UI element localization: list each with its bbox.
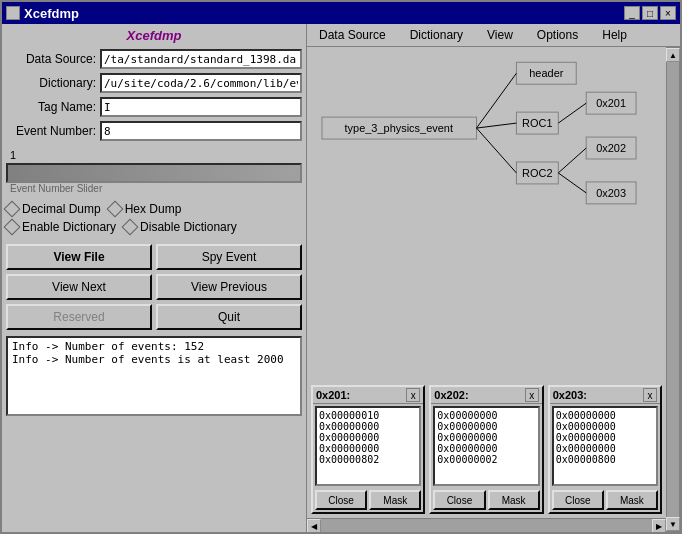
minimize-button[interactable]: _ bbox=[624, 6, 640, 20]
event-number-input[interactable] bbox=[100, 121, 302, 141]
data-line: 0x00000000 bbox=[556, 410, 654, 421]
event-slider[interactable] bbox=[6, 163, 302, 183]
window-title: Xcefdmp bbox=[24, 6, 79, 21]
button-group: View File Spy Event View Next View Previ… bbox=[6, 244, 302, 330]
data-box-0x202: 0x202: x 0x00000000 0x00000000 0x0000000… bbox=[429, 385, 543, 514]
enable-dict-icon bbox=[4, 219, 21, 236]
data-line: 0x00000000 bbox=[556, 432, 654, 443]
menu-data-source[interactable]: Data Source bbox=[307, 26, 398, 44]
maximize-button[interactable]: □ bbox=[642, 6, 658, 20]
data-line: 0x00000000 bbox=[319, 421, 417, 432]
view-previous-button[interactable]: View Previous bbox=[156, 274, 302, 300]
dictionary-options-row: Enable Dictionary Disable Dictionary bbox=[6, 220, 302, 234]
quit-button[interactable]: Quit bbox=[156, 304, 302, 330]
disable-dict-icon bbox=[122, 219, 139, 236]
svg-line-17 bbox=[558, 103, 586, 123]
scroll-left-button[interactable]: ◀ bbox=[307, 519, 321, 532]
data-line: 0x00000000 bbox=[319, 432, 417, 443]
dump-options: Decimal Dump Hex Dump Enable Dictionary … bbox=[6, 202, 302, 234]
tag-name-label: Tag Name: bbox=[6, 100, 96, 114]
left-panel: Xcefdmp Data Source: Dictionary: Tag Nam… bbox=[2, 24, 307, 532]
spy-event-button[interactable]: Spy Event bbox=[156, 244, 302, 270]
bottom-scrollbar: ◀ ▶ bbox=[307, 518, 666, 532]
data-line: 0x00000000 bbox=[319, 443, 417, 454]
view-file-button[interactable]: View File bbox=[6, 244, 152, 270]
data-box-0x201-close-button[interactable]: Close bbox=[315, 490, 367, 510]
data-box-0x203-close-btn[interactable]: x bbox=[643, 388, 657, 402]
menu-options[interactable]: Options bbox=[525, 26, 590, 44]
data-box-0x202-close-button[interactable]: Close bbox=[433, 490, 485, 510]
view-next-button[interactable]: View Next bbox=[6, 274, 152, 300]
data-line: 0x00000000 bbox=[437, 410, 535, 421]
enable-dictionary-radio[interactable]: Enable Dictionary bbox=[6, 220, 116, 234]
data-source-row: Data Source: bbox=[6, 49, 302, 69]
decimal-dump-radio[interactable]: Decimal Dump bbox=[6, 202, 101, 216]
data-box-0x201-mask-button[interactable]: Mask bbox=[369, 490, 421, 510]
data-box-0x202-title: 0x202: bbox=[434, 389, 468, 401]
data-box-0x203-close-button[interactable]: Close bbox=[552, 490, 604, 510]
svg-text:header: header bbox=[529, 67, 563, 79]
data-source-input[interactable] bbox=[100, 49, 302, 69]
decimal-dump-icon bbox=[4, 201, 21, 218]
svg-text:ROC1: ROC1 bbox=[522, 117, 552, 129]
reserved-button[interactable]: Reserved bbox=[6, 304, 152, 330]
right-scroll-area: header type_3_physics_event ROC1 ROC2 bbox=[307, 47, 680, 532]
slider-value: 1 bbox=[6, 149, 302, 161]
title-bar-left: Xcefdmp bbox=[6, 6, 79, 21]
disable-dictionary-radio[interactable]: Disable Dictionary bbox=[124, 220, 237, 234]
dictionary-input[interactable] bbox=[100, 73, 302, 93]
slider-section-label: Event Number Slider bbox=[6, 183, 302, 194]
event-number-label: Event Number: bbox=[6, 124, 96, 138]
menu-help[interactable]: Help bbox=[590, 26, 639, 44]
h-scroll-track[interactable] bbox=[321, 519, 652, 532]
title-bar-buttons: _ □ × bbox=[624, 6, 676, 20]
data-box-0x201-footer: Close Mask bbox=[313, 488, 423, 512]
log-line-2: Info -> Number of events is at least 200… bbox=[12, 353, 296, 366]
data-box-0x202-footer: Close Mask bbox=[431, 488, 541, 512]
data-box-0x202-mask-button[interactable]: Mask bbox=[488, 490, 540, 510]
close-button[interactable]: × bbox=[660, 6, 676, 20]
btn-row-3: Reserved Quit bbox=[6, 304, 302, 330]
scroll-up-button[interactable]: ▲ bbox=[666, 48, 680, 62]
scroll-down-button[interactable]: ▼ bbox=[666, 517, 680, 531]
v-scroll-track[interactable] bbox=[667, 62, 679, 517]
data-box-0x201: 0x201: x 0x00000010 0x00000000 0x0000000… bbox=[311, 385, 425, 514]
data-boxes-area: 0x201: x 0x00000010 0x00000000 0x0000000… bbox=[307, 381, 666, 518]
data-line: 0x00000000 bbox=[556, 421, 654, 432]
data-box-0x201-close-btn[interactable]: x bbox=[406, 388, 420, 402]
main-content: Xcefdmp Data Source: Dictionary: Tag Nam… bbox=[2, 24, 680, 532]
slider-area: 1 Event Number Slider bbox=[6, 149, 302, 194]
decimal-dump-label: Decimal Dump bbox=[22, 202, 101, 216]
data-box-0x201-title: 0x201: bbox=[316, 389, 350, 401]
svg-line-14 bbox=[477, 73, 517, 128]
dump-type-row: Decimal Dump Hex Dump bbox=[6, 202, 302, 216]
data-source-label: Data Source: bbox=[6, 52, 96, 66]
data-box-0x203-header: 0x203: x bbox=[550, 387, 660, 404]
data-box-0x203-title: 0x203: bbox=[553, 389, 587, 401]
window-icon bbox=[6, 6, 20, 20]
hex-dump-label: Hex Dump bbox=[125, 202, 182, 216]
data-box-0x203-mask-button[interactable]: Mask bbox=[606, 490, 658, 510]
tree-area: header type_3_physics_event ROC1 ROC2 bbox=[307, 47, 666, 381]
btn-row-1: View File Spy Event bbox=[6, 244, 302, 270]
title-bar: Xcefdmp _ □ × bbox=[2, 2, 680, 24]
hex-dump-icon bbox=[106, 201, 123, 218]
svg-line-16 bbox=[477, 128, 517, 173]
data-box-0x201-content: 0x00000010 0x00000000 0x00000000 0x00000… bbox=[315, 406, 421, 486]
svg-line-15 bbox=[477, 123, 517, 128]
menu-view[interactable]: View bbox=[475, 26, 525, 44]
scroll-right-button[interactable]: ▶ bbox=[652, 519, 666, 532]
tree-diagram: header type_3_physics_event ROC1 ROC2 bbox=[317, 57, 656, 257]
tag-name-input[interactable] bbox=[100, 97, 302, 117]
data-line: 0x00000000 bbox=[556, 443, 654, 454]
menu-dictionary[interactable]: Dictionary bbox=[398, 26, 475, 44]
svg-line-18 bbox=[558, 148, 586, 173]
event-number-row: Event Number: bbox=[6, 121, 302, 141]
tag-name-row: Tag Name: bbox=[6, 97, 302, 117]
data-box-0x202-close-btn[interactable]: x bbox=[525, 388, 539, 402]
svg-text:0x203: 0x203 bbox=[596, 187, 626, 199]
hex-dump-radio[interactable]: Hex Dump bbox=[109, 202, 182, 216]
panel-title: Xcefdmp bbox=[6, 28, 302, 43]
svg-text:0x201: 0x201 bbox=[596, 97, 626, 109]
log-line-1: Info -> Number of events: 152 bbox=[12, 340, 296, 353]
